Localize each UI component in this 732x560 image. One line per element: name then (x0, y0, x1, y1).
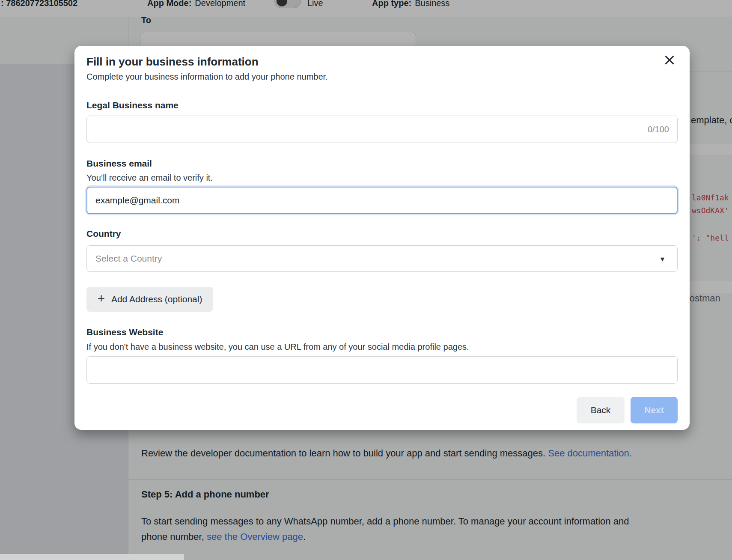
country-select-placeholder: Select a Country (95, 253, 162, 264)
business-email-helper: You’ll receive an email to verify it. (86, 173, 213, 183)
next-button[interactable]: Next (631, 397, 678, 423)
legal-name-label: Legal Business name (86, 100, 179, 110)
country-select[interactable]: Select a Country ▾ (86, 245, 678, 272)
business-info-dialog: Fill in your business information × Comp… (74, 46, 690, 430)
dialog-subtitle: Complete your business information to ad… (86, 72, 328, 82)
business-email-input[interactable] (86, 187, 678, 214)
legal-name-field-wrap: 0/100 (86, 116, 678, 143)
business-website-label: Business Website (86, 327, 163, 337)
business-website-field-wrap (86, 356, 678, 384)
business-website-helper: If you don't have a business website, yo… (86, 342, 469, 352)
legal-business-name-input[interactable] (86, 116, 678, 143)
close-button[interactable]: × (660, 50, 679, 69)
business-website-input[interactable] (86, 356, 678, 384)
add-address-button[interactable]: + Add Address (optional) (86, 287, 213, 312)
add-address-label: Add Address (optional) (111, 294, 202, 304)
dropdown-caret-icon: ▾ (661, 254, 664, 263)
horizontal-scrollbar[interactable] (0, 554, 184, 560)
country-label: Country (86, 229, 121, 239)
business-email-label: Business email (86, 158, 152, 169)
plus-icon: + (98, 292, 105, 306)
dialog-title: Fill in your business information (86, 55, 259, 69)
back-button[interactable]: Back (577, 397, 625, 423)
close-icon: × (663, 50, 676, 69)
business-email-field-wrap (86, 187, 678, 214)
